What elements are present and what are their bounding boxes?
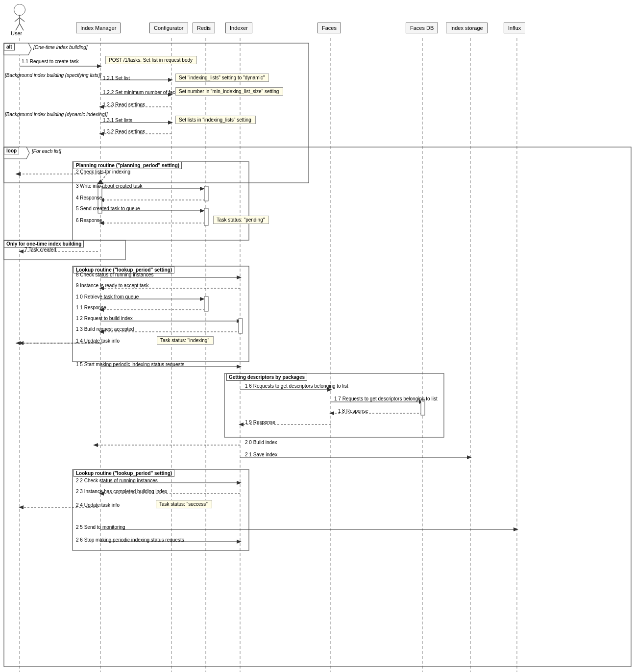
svg-marker-36 bbox=[200, 209, 205, 213]
only-onetime-frame-label: Only for one-time index building bbox=[4, 240, 84, 248]
svg-marker-82 bbox=[19, 505, 24, 509]
msg-1-2-3-label: 1.2.3 Read settings bbox=[103, 102, 145, 107]
faces-db-box: Faces DB bbox=[406, 23, 438, 33]
msg-24-label: 2 4 Update task info bbox=[76, 502, 120, 508]
msg-20-label: 2 0 Build index bbox=[245, 440, 277, 445]
msg-14-note: Task status: "indexing" bbox=[157, 336, 214, 345]
msg-11-label: 1 1 Response bbox=[76, 305, 106, 310]
msg-4-label: 4 Response bbox=[76, 195, 102, 200]
svg-line-95 bbox=[20, 18, 24, 22]
msg-16-label: 1 6 Requests to get descriptors belongin… bbox=[245, 383, 348, 389]
msg-1-3-1-label: 1.3.1 Set lists bbox=[103, 118, 132, 123]
msg-24-note: Task status: "success" bbox=[156, 500, 212, 508]
svg-marker-57 bbox=[16, 341, 21, 345]
user-actor-circle bbox=[14, 4, 25, 16]
svg-marker-52 bbox=[237, 319, 242, 323]
msg-22-label: 2 2 Check status of running instances bbox=[76, 478, 158, 483]
msg-14-label: 1 4 Update task info bbox=[76, 338, 120, 344]
msg-1-2-1-note: Set "indexing_lists" setting to "dynamic… bbox=[175, 74, 269, 82]
svg-marker-60 bbox=[19, 341, 24, 345]
configurator-box: Configurator bbox=[149, 23, 188, 33]
msg-10-label: 1 0 Retrieve task from queue bbox=[76, 294, 139, 299]
msg-6-label: 6 Response bbox=[76, 218, 102, 223]
msg-19-label: 1 9 Response bbox=[245, 420, 275, 425]
index-manager-box: Index Manager bbox=[76, 23, 121, 33]
alt-frame-condition: [One-time index building] bbox=[33, 45, 88, 50]
msg-21-label: 2 1 Save index bbox=[245, 452, 277, 457]
msg-1-3-2-label: 1.3.2 Read settings bbox=[103, 129, 145, 134]
svg-marker-14 bbox=[168, 78, 173, 82]
msg-1-3-1-note: Set lists in "indexing_lists" setting bbox=[175, 116, 256, 124]
svg-marker-75 bbox=[467, 455, 472, 459]
redis-box: Redis bbox=[193, 23, 215, 33]
msg-26-label: 2 6 Stop making periodic indexing status… bbox=[76, 537, 184, 543]
svg-rect-92 bbox=[421, 399, 425, 415]
alt-frame-label: alt bbox=[4, 43, 15, 50]
msg-2-label: 2 Check lists for indexing bbox=[76, 169, 130, 174]
svg-marker-41 bbox=[19, 249, 24, 253]
user-label: User bbox=[11, 30, 22, 36]
msg-23-label: 2 3 Instance has completed building inde… bbox=[76, 489, 167, 494]
msg-17-label: 1 7 Requests to get descriptors belongin… bbox=[334, 396, 438, 401]
msg-6-note: Task status: "pending" bbox=[213, 216, 269, 224]
msg-1-1-label: 1.1 Request to create task bbox=[22, 59, 79, 64]
msg-25-label: 2 5 Send to monitoring bbox=[76, 524, 125, 530]
svg-marker-86 bbox=[237, 540, 242, 544]
index-storage-box: Index storage bbox=[446, 23, 488, 33]
getting-desc-frame-label: Getting descriptors by packages bbox=[226, 373, 307, 381]
planning-frame-label: Planning routine ("planning_period" sett… bbox=[73, 162, 182, 169]
svg-marker-48 bbox=[200, 297, 205, 301]
msg-7-label: 7 Task created bbox=[24, 247, 56, 252]
indexer-box: Indexer bbox=[225, 23, 252, 33]
diagram-container: User Index Manager Configurator Redis In… bbox=[0, 0, 635, 672]
msg-12-label: 1 2 Request to build index bbox=[76, 316, 133, 321]
msg-9-label: 9 Instance is ready to accept task bbox=[76, 283, 148, 288]
loop-frame-label: loop bbox=[4, 147, 19, 154]
svg-marker-29 bbox=[16, 172, 21, 176]
msg-13-label: 1 3 Build request accepted bbox=[76, 326, 134, 332]
svg-marker-20 bbox=[168, 121, 173, 124]
svg-marker-44 bbox=[237, 275, 242, 279]
msg-1-1-note: POST /1/tasks. Set list in request body bbox=[105, 56, 197, 64]
msg-1-2-2-note: Set number in "min_indexing_list_size" s… bbox=[175, 87, 283, 96]
svg-line-94 bbox=[15, 18, 20, 22]
arrows-svg bbox=[0, 0, 635, 672]
bg-dyn-label: [Background index building (dynamic inde… bbox=[5, 112, 108, 117]
faces-box: Faces bbox=[318, 23, 341, 33]
svg-marker-69 bbox=[329, 411, 334, 415]
msg-18-label: 1 8 Response bbox=[338, 408, 368, 414]
svg-marker-78 bbox=[237, 481, 242, 485]
svg-line-97 bbox=[20, 24, 24, 30]
msg-1-2-1-label: 1.2.1 Set list bbox=[103, 75, 130, 81]
svg-marker-84 bbox=[513, 527, 518, 531]
lookup2-frame-label: Lookup routine ("lookup_period" setting) bbox=[73, 470, 174, 477]
svg-rect-23 bbox=[4, 147, 631, 667]
svg-rect-90 bbox=[239, 319, 243, 333]
svg-marker-27 bbox=[16, 172, 21, 176]
msg-5-label: 5 Send created task to queue bbox=[76, 206, 140, 211]
svg-rect-91 bbox=[204, 297, 208, 311]
msg-3-label: 3 Write info about created task bbox=[76, 183, 142, 189]
svg-rect-42 bbox=[73, 266, 249, 362]
svg-rect-89 bbox=[204, 208, 208, 225]
svg-marker-32 bbox=[200, 187, 205, 191]
loop-frame-condition: [For each list] bbox=[32, 149, 61, 154]
svg-line-96 bbox=[16, 24, 20, 30]
msg-8-label: 8 Check status of running instances bbox=[76, 272, 153, 277]
msg-15-label: 1 5 Start making periodic indexing statu… bbox=[76, 362, 184, 367]
bg-spec-label: [Background index building (specifying l… bbox=[5, 73, 101, 78]
svg-marker-71 bbox=[239, 423, 244, 426]
user-stick-figure bbox=[14, 15, 25, 32]
influx-box: Influx bbox=[504, 23, 525, 33]
svg-marker-62 bbox=[237, 365, 242, 369]
svg-rect-88 bbox=[204, 186, 208, 201]
svg-marker-12 bbox=[97, 64, 102, 68]
svg-marker-73 bbox=[93, 443, 98, 447]
